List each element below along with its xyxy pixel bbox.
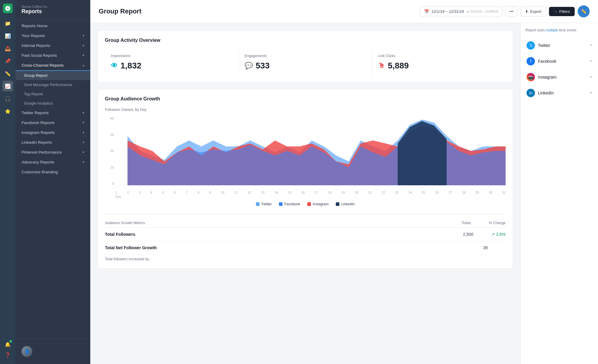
overview-title: Group Activity Overview [105, 38, 506, 43]
advocacy-icon[interactable]: ⭐ [2, 106, 13, 117]
sidebar-sub-item-google-analytics[interactable]: Google Analytics [16, 99, 90, 108]
platform-list: 𝕏 Twitter ▾ f Facebook ▾ 📷 Instagram [525, 38, 593, 101]
main-content: Group Activity Overview Impressions 👁 1,… [90, 23, 520, 364]
chevron-down-icon: ▾ [83, 44, 84, 48]
content-area: Group Activity Overview Impressions 👁 1,… [90, 23, 598, 364]
table-row: Total Net Follower Growth 39 [105, 241, 506, 255]
sidebar-item-paid-social[interactable]: Paid Social Reports ▾ [16, 51, 90, 60]
platform-item-linkedin[interactable]: in LinkedIn ▾ [525, 85, 593, 101]
chevron-down-icon: ▾ [590, 75, 592, 79]
listening-icon[interactable]: 🎧 [2, 93, 13, 104]
sidebar-item-pinterest[interactable]: Pinterest Performance ▾ [16, 147, 90, 157]
main: Group Report 📅 12/1/19 – 12/31/19 vs 11/… [90, 0, 598, 364]
sidebar-item-cross-channel[interactable]: Cross-Channel Reports ▴ [16, 60, 90, 71]
chart-x-labels: 1 2 3 4 5 6 7 8 9 10 11 12 13 14 [115, 191, 506, 194]
sidebar-sub-item-group-report[interactable]: Group Report [16, 71, 90, 80]
chevron-down-icon: ▾ [83, 140, 84, 144]
timezone-note: Report uses multiple time zones [525, 28, 593, 33]
bottom-icons: 🔔 ❓ [2, 339, 13, 360]
sidebar-bottom: 👤 [16, 339, 90, 364]
chevron-down-icon: ▾ [590, 59, 592, 63]
eye-icon: 👁 [111, 62, 118, 70]
svg-marker-7 [115, 126, 506, 185]
export-icon: ⬆ [525, 9, 528, 14]
tasks-icon[interactable]: 📌 [2, 56, 13, 66]
filters-button[interactable]: → Filters [549, 7, 575, 16]
chevron-down-icon: ▾ [83, 121, 84, 125]
x-axis-label: Dec [115, 195, 506, 198]
audience-growth-title: Group Audience Growth [105, 96, 506, 102]
metric-link-clicks: Link Clicks 🖱 5,889 [372, 49, 506, 75]
page-title: Group Report [99, 7, 141, 15]
sidebar-item-reports-home[interactable]: Reports Home [16, 21, 90, 31]
help-icon[interactable]: ❓ [2, 350, 13, 360]
chevron-down-icon: ▾ [83, 150, 84, 154]
chevron-down-icon: ▾ [83, 131, 84, 134]
metric-impressions: Impressions 👁 1,832 [105, 49, 239, 75]
metrics-row: Impressions 👁 1,832 Engagements 💬 533 [105, 49, 506, 75]
right-panel: Report uses multiple time zones 𝕏 Twitte… [520, 23, 598, 364]
sidebar-sub-item-tag-report[interactable]: Tag Report [16, 89, 90, 99]
cursor-icon: 🖱 [378, 62, 385, 70]
avatar-image: 👤 [22, 346, 32, 357]
chevron-down-icon: ▾ [83, 34, 84, 38]
sidebar-item-linkedin-reports[interactable]: LinkedIn Reports ▾ [16, 137, 90, 147]
chevron-down-icon: ▾ [83, 160, 84, 164]
notifications-icon[interactable]: 🔔 [2, 339, 13, 350]
sidebar-item-internal-reports[interactable]: Internal Reports ▾ [16, 41, 90, 51]
inbox-icon[interactable]: 📥 [2, 43, 13, 54]
twitter-platform-icon: 𝕏 [527, 41, 535, 50]
chevron-down-icon: ▾ [590, 91, 592, 95]
overview-card: Group Activity Overview Impressions 👁 1,… [97, 30, 513, 83]
sidebar-item-facebook-reports[interactable]: Facebook Reports ▾ [16, 118, 90, 128]
export-button[interactable]: ⬆ Export [521, 7, 546, 16]
legend-instagram: Instagram [307, 202, 329, 206]
platform-item-facebook[interactable]: f Facebook ▾ [525, 53, 593, 69]
date-range-text: 12/1/19 – 12/31/19 [431, 9, 464, 14]
metric-clicks-value: 🖱 5,889 [378, 61, 500, 71]
chart-y-labels: 40 30 20 10 0 [105, 117, 114, 185]
audience-growth-card: Group Audience Growth Followers Gained, … [97, 89, 513, 269]
linkedin-platform-icon: in [527, 89, 535, 97]
chevron-up-icon: ▴ [83, 63, 84, 67]
folder-icon[interactable]: 📁 [2, 18, 13, 29]
legend-facebook: Facebook [279, 202, 300, 206]
chart-subtitle: Followers Gained, By Day [105, 108, 506, 112]
sidebar-item-advocacy[interactable]: Advocacy Reports ▾ [16, 157, 90, 167]
table-footer-note: Total followers increased by [105, 257, 506, 261]
sidebar-title: Reports [22, 8, 84, 15]
filters-icon: → [554, 9, 558, 14]
multiple-timezones-link[interactable]: multiple [546, 28, 558, 32]
app-logo [3, 4, 13, 13]
chart-container: 40 30 20 10 0 [105, 117, 506, 194]
platform-item-twitter[interactable]: 𝕏 Twitter ▾ [525, 38, 593, 53]
sidebar-header: Sprout Coffee Co. Reports [16, 0, 90, 20]
avatar[interactable]: 👤 [22, 346, 32, 357]
icon-bar: 📁 📊 📥 📌 ✏️ 📈 🎧 ⭐ 🔔 ❓ [0, 0, 16, 364]
reports-icon[interactable]: 📈 [2, 81, 13, 91]
platform-item-instagram[interactable]: 📷 Instagram ▾ [525, 69, 593, 85]
sidebar-item-customize-branding[interactable]: Customize Branding [16, 167, 90, 177]
vs-label: vs 11/1/19 – 11/30/19 [466, 10, 498, 13]
sidebar-item-twitter-reports[interactable]: Twitter Reports ▾ [16, 108, 90, 118]
more-button[interactable]: ••• [505, 6, 518, 16]
sidebar-sub-item-sent-message[interactable]: Sent Message Performance [16, 80, 90, 89]
sidebar-item-your-reports[interactable]: Your Reports ▾ [16, 31, 90, 41]
date-range-button[interactable]: 📅 12/1/19 – 12/31/19 vs 11/1/19 – 11/30/… [420, 7, 502, 16]
metric-impressions-label: Impressions [111, 54, 232, 58]
table-header: Audience Growth Metrics Totals % Change [105, 218, 506, 228]
metric-engagements: Engagements 💬 533 [239, 49, 372, 75]
legend-dot-linkedin [336, 202, 339, 206]
legend-dot-facebook [279, 202, 283, 206]
metric-engagements-value: 💬 533 [245, 61, 366, 71]
edit-button[interactable]: ✏️ [578, 5, 590, 17]
legend-dot-instagram [307, 202, 311, 206]
compose-icon[interactable]: ✏️ [2, 68, 13, 79]
company-name: Sprout Coffee Co. [22, 5, 84, 8]
metric-engagements-label: Engagements [245, 54, 366, 58]
sidebar-item-instagram-reports[interactable]: Instagram Reports ▾ [16, 128, 90, 137]
legend-linkedin: LinkedIn [336, 202, 355, 206]
audience-metrics-section: Audience Growth Metrics Totals % Change … [105, 213, 506, 261]
legend-twitter: Twitter [256, 202, 272, 206]
activity-icon[interactable]: 📊 [2, 30, 13, 41]
